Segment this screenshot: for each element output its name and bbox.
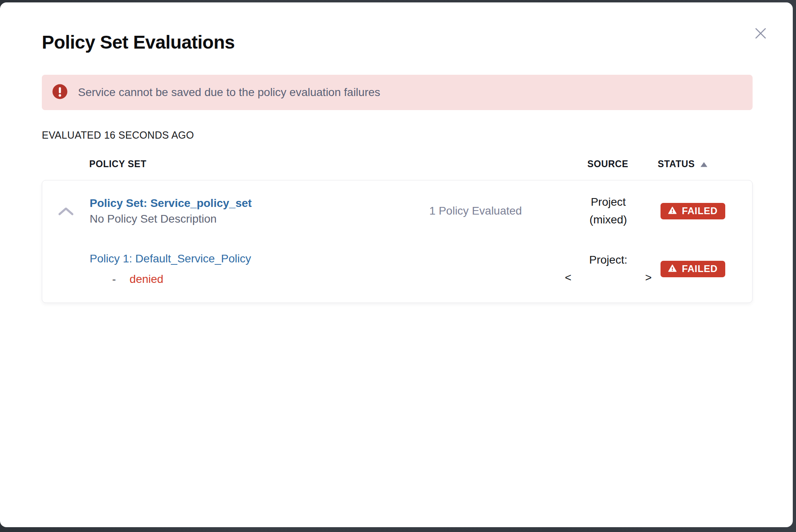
result-denied-label: denied bbox=[129, 272, 163, 287]
source-line-1: Project: bbox=[564, 251, 652, 269]
error-banner: Service cannot be saved due to the polic… bbox=[42, 75, 753, 110]
table-header-row: POLICY SET SOURCE STATUS bbox=[42, 159, 753, 170]
status-cell: FAILED bbox=[652, 261, 752, 277]
policy-set-cell: Policy Set: Service_policy_set No Policy… bbox=[90, 195, 387, 227]
policy-link[interactable]: Policy 1: Default_Service_Policy bbox=[90, 251, 251, 267]
source-cell: Project (mixed) bbox=[564, 193, 652, 229]
policy-result-line: - denied bbox=[90, 272, 387, 287]
source-line-1: Project bbox=[564, 193, 652, 211]
table-row: Policy 1: Default_Service_Policy - denie… bbox=[42, 239, 752, 303]
policy-set-card: Policy Set: Service_policy_set No Policy… bbox=[42, 180, 753, 303]
status-badge-label: FAILED bbox=[682, 205, 718, 217]
source-line-2: (mixed) bbox=[564, 211, 652, 229]
status-badge: FAILED bbox=[661, 261, 725, 277]
status-badge-label: FAILED bbox=[682, 263, 718, 274]
policy-evaluations-modal: Policy Set Evaluations Service cannot be… bbox=[0, 2, 793, 527]
column-header-source: SOURCE bbox=[564, 159, 652, 170]
source-line-2: < > bbox=[565, 269, 652, 286]
error-banner-message: Service cannot be saved due to the polic… bbox=[78, 86, 380, 99]
table-row: Policy Set: Service_policy_set No Policy… bbox=[42, 180, 752, 239]
column-header-status[interactable]: STATUS bbox=[652, 159, 753, 170]
source-cell: Project: < > bbox=[564, 251, 652, 286]
column-header-status-label: STATUS bbox=[658, 159, 695, 170]
modal-content: Policy Set Evaluations Service cannot be… bbox=[0, 2, 793, 303]
exclamation-circle-icon bbox=[52, 84, 68, 101]
policy-set-description: No Policy Set Description bbox=[90, 211, 387, 227]
warning-triangle-icon bbox=[668, 263, 677, 274]
column-header-policy-set: POLICY SET bbox=[89, 159, 387, 170]
source-open-bracket: < bbox=[565, 269, 571, 286]
evaluated-timestamp: EVALUATED 16 SECONDS AGO bbox=[42, 129, 753, 141]
close-button[interactable] bbox=[753, 26, 769, 42]
policy-set-link[interactable]: Policy Set: Service_policy_set bbox=[90, 195, 252, 211]
chevron-up-icon bbox=[57, 206, 74, 218]
collapse-row-button[interactable] bbox=[42, 183, 90, 218]
result-dash: - bbox=[112, 272, 116, 287]
policies-evaluated-count: 1 Policy Evaluated bbox=[387, 205, 564, 217]
policy-cell: Policy 1: Default_Service_Policy - denie… bbox=[90, 251, 387, 287]
warning-triangle-icon bbox=[668, 205, 677, 217]
close-icon bbox=[753, 26, 768, 42]
status-cell: FAILED bbox=[652, 203, 752, 219]
status-badge: FAILED bbox=[661, 203, 725, 219]
sort-ascending-icon bbox=[700, 159, 708, 170]
page-title: Policy Set Evaluations bbox=[42, 31, 753, 53]
page-backdrop: Policy Set Evaluations Service cannot be… bbox=[0, 0, 796, 532]
source-close-bracket: > bbox=[645, 269, 652, 286]
